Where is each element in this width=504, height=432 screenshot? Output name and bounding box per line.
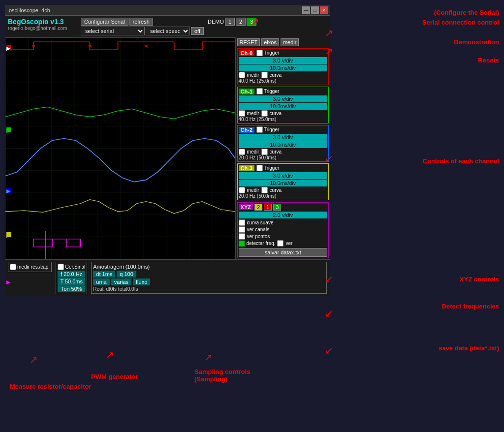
dt-button[interactable]: dt 1ms xyxy=(93,271,115,278)
save-button[interactable]: salvar datax.txt xyxy=(239,248,327,257)
ch2-vdiv-button[interactable]: 3.0 v/div xyxy=(239,134,327,141)
varias-button[interactable]: varias xyxy=(111,278,131,285)
xyz-ver-pontos: ver pontos xyxy=(239,233,327,240)
reset-button[interactable]: RESET xyxy=(237,38,260,46)
arrow-channels: ↙ xyxy=(325,153,333,164)
xyz-header: XYZ 2 1 3 xyxy=(239,204,327,211)
detect-ver-checkbox[interactable] xyxy=(277,240,284,247)
maximize-button[interactable]: □ xyxy=(311,6,319,14)
xyz-btn2[interactable]: 2 xyxy=(254,204,262,211)
ch3-medir-checkbox[interactable] xyxy=(239,187,245,193)
window-title: oscilloscope_4ch xyxy=(9,7,50,13)
ch3-trigger-checkbox[interactable] xyxy=(256,165,263,171)
ch1-trigger-checkbox[interactable] xyxy=(256,88,263,94)
sampling-row2: uma varias fluxo xyxy=(93,278,325,285)
ch3-header: Ch-3 Trigger xyxy=(239,165,327,171)
scope-display: ▶ ▶ ▶ ▶ ▶ xyxy=(5,37,236,259)
ch0-indicator[interactable]: ▶ xyxy=(6,45,11,50)
ch0-vdiv-button[interactable]: 3.0 v/div xyxy=(239,57,327,64)
xyz-btn3[interactable]: 3 xyxy=(273,204,281,211)
ch2-curva-checkbox[interactable] xyxy=(261,149,268,155)
measure-res-checkbox[interactable] xyxy=(10,264,16,270)
detect-freq-row: detectar freq. ver xyxy=(239,240,327,247)
pwm-freq-button[interactable]: f 20.0 Hz xyxy=(58,271,85,278)
xyz-curva-suave-checkbox[interactable] xyxy=(239,219,245,226)
xyz-ver-pontos-checkbox[interactable] xyxy=(239,233,245,240)
demo-2-button[interactable]: 2 xyxy=(236,18,246,26)
ch3-msdiv-button[interactable]: 10.0ms/div xyxy=(239,180,327,186)
ch0-medir-checkbox[interactable] xyxy=(239,72,245,78)
close-button[interactable]: ✕ xyxy=(320,6,328,14)
ch2-medir-checkbox[interactable] xyxy=(239,149,245,155)
demo-1-button[interactable]: 1 xyxy=(225,18,235,26)
q-button[interactable]: q 100 xyxy=(117,271,136,278)
arrow-demo: ↗ xyxy=(325,27,333,39)
off-button[interactable]: off xyxy=(191,27,204,35)
configure-serial-button[interactable]: Configurar Serial xyxy=(81,18,128,26)
ch0-trigger-checkbox[interactable] xyxy=(256,50,263,56)
ch2-indicator[interactable]: ▶ xyxy=(6,188,11,193)
annotation-demonstration: Demonstration xyxy=(454,38,499,46)
top-toolbar: BegOscopio v1.3 rogerio.bego@hotmail.com… xyxy=(5,16,330,37)
xyz-ver-canais-checkbox[interactable] xyxy=(239,226,245,233)
ch3-indicator[interactable]: ▶ xyxy=(6,232,11,237)
pwm-checkbox[interactable] xyxy=(58,264,64,270)
fluxo-button[interactable]: fluxo xyxy=(133,278,150,285)
ch1-indicator[interactable]: ▶ xyxy=(6,127,11,132)
ch3-freq: 20.0 Hz (50.0ms) xyxy=(239,193,327,199)
xyz-vdiv-button[interactable]: 2.0 v/div xyxy=(239,212,327,218)
ch1-curva-checkbox[interactable] xyxy=(261,110,268,117)
ch0-trigger: Trigger xyxy=(256,50,279,56)
arrow-serial: ↗ xyxy=(251,16,259,28)
ch2-header: Ch-2 Trigger xyxy=(239,126,327,133)
ch1-msdiv-button[interactable]: 10.0ms/div xyxy=(239,103,327,110)
arrow-save: ↙ xyxy=(325,344,333,356)
ch3-trigger: Trigger xyxy=(256,165,279,171)
ch2-trigger: Trigger xyxy=(256,126,279,133)
pwm-period-button[interactable]: T 50.0ms xyxy=(58,278,85,285)
ch2-msdiv-button[interactable]: 10.0ms/div xyxy=(239,141,327,148)
title-bar: oscilloscope_4ch — □ ✕ xyxy=(5,5,330,16)
arrow-sampling: ↗ xyxy=(204,351,213,363)
minimize-button[interactable]: — xyxy=(302,6,310,14)
select-speed-dropdown[interactable]: select speed xyxy=(146,27,190,35)
pwm-ton-button[interactable]: Ton 50% xyxy=(58,285,85,292)
xyz-label: XYZ xyxy=(239,204,253,210)
sampling-block: Amostragem (100.0ms) dt 1ms q 100 uma va… xyxy=(91,262,327,294)
ch1-name: Ch-1 xyxy=(239,89,254,94)
ch0-curva-checkbox[interactable] xyxy=(261,72,268,78)
ch0-name: Ch-0 xyxy=(239,50,254,56)
uma-button[interactable]: uma xyxy=(93,278,109,285)
ch0-msdiv-button[interactable]: 10.0ms/div xyxy=(239,64,327,71)
serial-bottom-row: select serial select speed off xyxy=(81,27,204,35)
arrow-reset: ↗ xyxy=(325,45,333,57)
xyz-ver-canais: ver canais xyxy=(239,226,327,233)
ch1-header: Ch-1 Trigger xyxy=(239,88,327,94)
ch2-trigger-checkbox[interactable] xyxy=(256,126,263,133)
measure-check: medir res./cap. xyxy=(10,264,50,270)
annotation-serial-connection: Serial connection control xyxy=(422,19,499,26)
serial-top-row: Configurar Serial refresh xyxy=(81,18,204,26)
medir-button[interactable]: medir xyxy=(281,38,299,46)
pwm-check: Ger.Sinal xyxy=(58,264,85,270)
ch1-medir-checkbox[interactable] xyxy=(239,110,245,117)
select-serial-dropdown[interactable]: select serial xyxy=(81,27,145,35)
app-title-block: BegOscopio v1.3 rogerio.bego@hotmail.com xyxy=(8,18,77,31)
svg-point-21 xyxy=(89,45,92,47)
xyz-btn1[interactable]: 1 xyxy=(264,204,272,211)
sampling-row1: dt 1ms q 100 xyxy=(93,271,325,278)
oscilloscope-signals xyxy=(5,38,235,259)
ch1-vdiv-button[interactable]: 3.0 v/div xyxy=(239,95,327,102)
app-email: rogerio.bego@hotmail.com xyxy=(8,26,77,31)
right-panel: RESET eixos medir Ch-0 Trigger 3.0 v/div… xyxy=(236,37,330,259)
refresh-button[interactable]: refresh xyxy=(129,18,153,26)
eixos-button[interactable]: eixos xyxy=(261,38,279,46)
annotation-pwm: PWM generator xyxy=(91,373,138,380)
ch3-vdiv-button[interactable]: 3.0 v/div xyxy=(239,172,327,179)
ch1-bottom: medir curva xyxy=(239,110,327,117)
xyz-indicator[interactable]: ▶ xyxy=(6,279,11,284)
annotation-save: save data (data*.txt) xyxy=(439,344,499,352)
channel-2-block: Ch-2 Trigger 3.0 v/div 10.0ms/div medir … xyxy=(237,125,329,162)
ch3-curva-checkbox[interactable] xyxy=(261,187,268,193)
demo-block: DEMO 1 2 3 xyxy=(208,18,256,26)
